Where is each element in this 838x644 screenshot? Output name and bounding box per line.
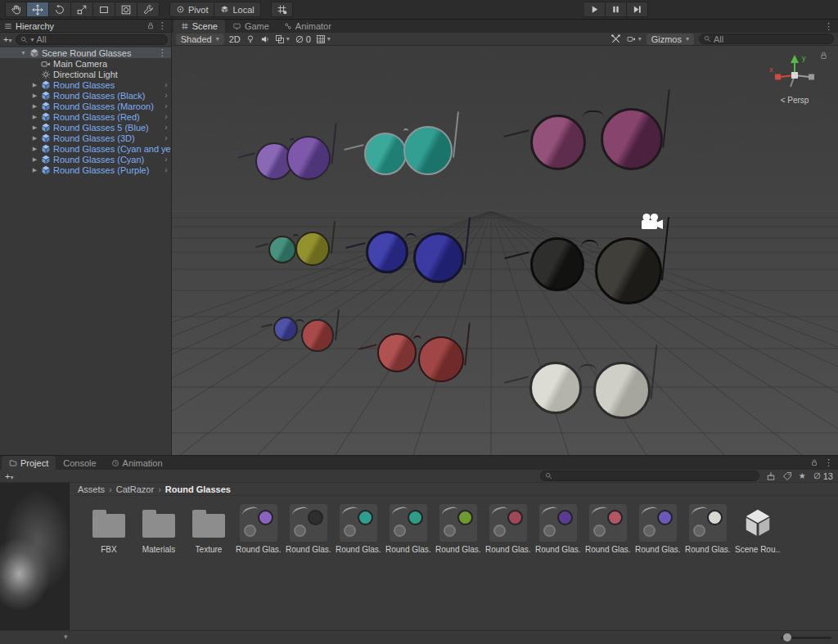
local-toggle-button[interactable]: Local [214, 2, 260, 17]
tab-scene[interactable]: Scene [173, 20, 225, 33]
scene-audio-button[interactable] [260, 34, 270, 44]
scene-effects-dropdown[interactable]: ▾ [275, 34, 290, 44]
camera-gizmo-icon[interactable] [640, 213, 665, 231]
breadcrumb-assets[interactable]: Assets [78, 484, 105, 494]
prefab-open-chevron-icon[interactable]: › [164, 134, 167, 142]
asset-item[interactable]: Round Glas... [286, 502, 331, 554]
play-button[interactable] [584, 2, 606, 17]
asset-item[interactable]: Texture [186, 502, 232, 554]
step-button[interactable] [627, 2, 648, 17]
foldout-icon[interactable]: ▶ [31, 135, 38, 142]
draw-mode-dropdown[interactable]: Shaded ▾ [176, 34, 224, 45]
foldout-icon[interactable]: ▶ [31, 146, 38, 152]
hierarchy-item[interactable]: ▶Round Glasses (Cyan and ye› [0, 143, 171, 154]
prefab-open-chevron-icon[interactable]: › [164, 145, 167, 153]
search-filter-dropdown[interactable]: ▾ [30, 36, 34, 43]
asset-item[interactable]: Materials [136, 502, 182, 554]
hierarchy-item[interactable]: ▶Round Glasses (Red)› [0, 111, 171, 122]
asset-item[interactable]: Round Glas... [635, 502, 681, 554]
tab-console[interactable]: Console [56, 456, 103, 470]
transform-tool-button[interactable] [115, 2, 137, 17]
prefab-open-chevron-icon[interactable]: › [164, 166, 167, 174]
hierarchy-item[interactable]: Main Camera [0, 58, 171, 69]
foldout-icon[interactable]: ▶ [31, 82, 38, 88]
hierarchy-menu-icon[interactable]: ⋮ [158, 20, 167, 31]
asset-item[interactable]: Round Glas... [685, 502, 731, 554]
tab-game[interactable]: Game [225, 20, 277, 33]
tab-animator[interactable]: Animator [277, 20, 339, 33]
breadcrumb-catrazor[interactable]: CatRazor [116, 484, 154, 494]
foldout-icon[interactable]: ▶ [31, 156, 38, 163]
rect-tool-button[interactable] [93, 2, 115, 17]
lock-icon[interactable] [146, 21, 155, 30]
prefab-open-chevron-icon[interactable]: › [164, 92, 167, 100]
persp-label[interactable]: < Persp [763, 96, 827, 105]
hierarchy-item[interactable]: Directional Light [0, 69, 171, 79]
import-package-icon[interactable] [766, 471, 776, 481]
scene-viewport[interactable]: y x < Persp [172, 46, 838, 455]
foldout-icon[interactable]: ▶ [31, 124, 38, 131]
asset-item[interactable]: Round Glas... [535, 502, 581, 554]
hierarchy-search-input[interactable]: ▾ All [16, 34, 167, 45]
foldout-icon[interactable]: ▶ [31, 114, 38, 120]
project-hidden-count[interactable]: 13 [813, 471, 833, 481]
asset-item[interactable]: Round Glas... [485, 502, 531, 554]
item-menu-icon[interactable]: ⋮ [158, 47, 167, 58]
label-icon[interactable] [782, 471, 792, 481]
tab-project[interactable]: Project [2, 456, 56, 470]
prefab-open-chevron-icon[interactable]: › [164, 81, 167, 89]
slider-knob[interactable] [783, 633, 791, 642]
thumbnail-size-slider[interactable] [781, 637, 831, 639]
move-tool-button[interactable] [27, 2, 49, 17]
prefab-open-chevron-icon[interactable]: › [164, 102, 167, 110]
scale-tool-button[interactable] [71, 2, 93, 17]
project-create-button[interactable]: +▾ [5, 471, 13, 481]
grid-snap-button[interactable] [271, 2, 293, 17]
breadcrumb-round-glasses[interactable]: Round Glasses [165, 484, 231, 494]
hierarchy-item[interactable]: ▼Scene Round Glasses⋮ [0, 47, 171, 58]
asset-item[interactable]: Round Glas... [435, 502, 481, 554]
hierarchy-item[interactable]: ▶Round Glasses (Maroon)› [0, 101, 171, 111]
favorites-icon[interactable]: ★ [799, 471, 806, 480]
project-menu-icon[interactable]: ⋮ [824, 457, 833, 468]
asset-item[interactable]: Round Glas... [585, 502, 631, 554]
foldout-icon[interactable]: ▶ [31, 167, 38, 173]
asset-item[interactable]: Round Glas... [385, 502, 431, 554]
asset-item[interactable]: Round Glas... [236, 502, 282, 554]
gizmos-dropdown[interactable]: Gizmos ▾ [647, 34, 694, 45]
asset-item[interactable]: FBX [86, 502, 132, 554]
hierarchy-item[interactable]: ▶Round Glasses› [0, 79, 171, 90]
sidebar-scroll-down-icon[interactable]: ▾ [64, 633, 68, 641]
pivot-toggle-button[interactable]: Pivot [169, 2, 214, 17]
axis-gizmo[interactable]: y x < Persp [763, 52, 827, 113]
hand-tool-button[interactable] [5, 2, 27, 17]
rotate-tool-button[interactable] [49, 2, 71, 17]
scene-grid-dropdown[interactable]: ▾ [316, 34, 331, 44]
project-sidebar[interactable] [0, 483, 70, 630]
create-button[interactable]: +▾ [3, 34, 11, 44]
prefab-open-chevron-icon[interactable]: › [164, 124, 167, 132]
foldout-icon[interactable]: ▼ [20, 50, 27, 56]
prefab-open-chevron-icon[interactable]: › [164, 155, 167, 164]
scene-visibility-button[interactable]: 0 [295, 34, 311, 44]
prefab-open-chevron-icon[interactable]: › [164, 113, 167, 121]
asset-item[interactable]: Scene Rou... [735, 502, 781, 554]
foldout-icon[interactable]: ▶ [31, 92, 38, 99]
hierarchy-item[interactable]: ▶Round Glasses 5 (Blue)› [0, 122, 171, 133]
project-search-input[interactable] [540, 471, 759, 481]
scene-search-input[interactable]: All [699, 34, 834, 44]
custom-tool-button[interactable] [137, 2, 160, 17]
toggle-2d-button[interactable]: 2D [229, 34, 241, 44]
pause-button[interactable] [606, 2, 627, 17]
hierarchy-item[interactable]: ▶Round Glasses (Black)› [0, 90, 171, 101]
scene-tab-menu-icon[interactable]: ⋮ [824, 21, 833, 32]
hierarchy-item[interactable]: ▶Round Glasses (Purple)› [0, 164, 171, 175]
tab-animation[interactable]: Animation [104, 456, 170, 470]
project-lock-icon[interactable] [810, 458, 818, 467]
foldout-icon[interactable]: ▶ [31, 103, 38, 110]
asset-item[interactable]: Round Glas... [336, 502, 381, 554]
hierarchy-item[interactable]: ▶Round Glasses (Cyan)› [0, 154, 171, 164]
scene-lighting-button[interactable] [246, 34, 255, 44]
hierarchy-item[interactable]: ▶Round Glasses (3D)› [0, 133, 171, 143]
scene-camera-dropdown[interactable]: ▾ [626, 34, 642, 43]
